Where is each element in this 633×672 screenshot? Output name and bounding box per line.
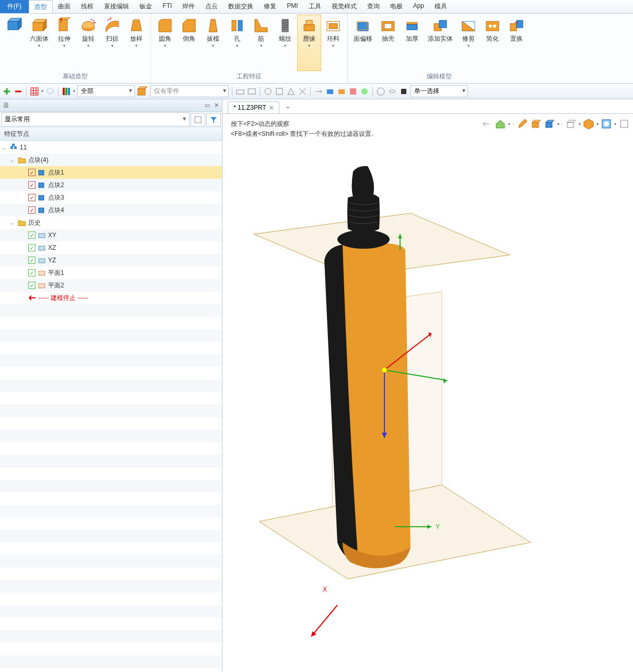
menu-tab-heal[interactable]: 修复 bbox=[259, 0, 282, 13]
menu-tab-surface[interactable]: 曲面 bbox=[53, 0, 76, 13]
3d-canvas[interactable]: 按下<F2>动态的观察 <F8>或者<Shift-roll> 查找下一个有效的过… bbox=[222, 114, 633, 672]
menu-tab-electrode[interactable]: 电极 bbox=[385, 0, 408, 13]
tree-modeling-stop[interactable]: ----- 建模停止 ----- bbox=[0, 292, 222, 304]
menu-tab-sheetmetal[interactable]: 钣金 bbox=[134, 0, 157, 13]
folder-icon bbox=[18, 156, 26, 164]
tab-close-icon[interactable]: ✕ bbox=[269, 105, 274, 111]
ribbon-btn-draft[interactable]: 拔模 ▾ bbox=[201, 15, 225, 71]
ribbon-btn-thicken[interactable]: 加厚 bbox=[400, 15, 424, 71]
ribbon-btn-sweep[interactable]: 扫掠 ▾ bbox=[100, 15, 124, 71]
ribbon-btn-offset[interactable]: 面偏移 bbox=[350, 15, 376, 71]
tool-icon-12[interactable] bbox=[376, 87, 385, 96]
display-filter-dropdown[interactable]: 显示常用 bbox=[1, 112, 190, 126]
ribbon-btn-replace[interactable]: 置换 bbox=[505, 15, 529, 71]
menu-tab-pointcloud[interactable]: 点云 bbox=[200, 0, 223, 13]
menu-tab-inquire[interactable]: 查询 bbox=[362, 0, 385, 13]
menu-tab-mold[interactable]: 模具 bbox=[429, 0, 452, 13]
grid-icon[interactable] bbox=[30, 87, 39, 96]
checkbox-icon[interactable]: ✓ bbox=[28, 206, 36, 214]
tool-icon-6[interactable] bbox=[298, 87, 307, 96]
ribbon-btn-extrude[interactable]: 拉伸 ▾ bbox=[52, 15, 76, 71]
filter-options-button[interactable] bbox=[191, 113, 205, 126]
ribbon-btn-thread[interactable]: 螺纹 ▾ bbox=[273, 15, 297, 71]
tree-folder-history[interactable]: ⌵ 历史 bbox=[0, 216, 222, 229]
filter-funnel-button[interactable] bbox=[206, 113, 221, 126]
ribbon-btn-primitive[interactable] bbox=[2, 15, 26, 71]
selection-mode-dropdown[interactable]: 单一选择 bbox=[411, 85, 468, 97]
collapse-icon[interactable]: ⌵ bbox=[2, 145, 9, 150]
tool-icon-5[interactable] bbox=[286, 87, 296, 96]
tool-icon-10[interactable] bbox=[348, 87, 358, 96]
tree-item-pointblock2[interactable]: ✓ 点块2 bbox=[0, 179, 222, 191]
tree-item-pointblock1[interactable]: ✓ 点块1 bbox=[0, 166, 222, 179]
tool-icon-11[interactable] bbox=[360, 87, 369, 96]
tool-icon-8[interactable] bbox=[325, 87, 335, 96]
tool-icon-2[interactable] bbox=[247, 87, 256, 96]
tree-item-xy[interactable]: ✓ XY bbox=[0, 229, 222, 241]
checkbox-icon[interactable]: ✓ bbox=[28, 282, 36, 289]
ribbon-btn-addbody[interactable]: 添加实体 bbox=[424, 15, 456, 71]
tree-item-pointblock4[interactable]: ✓ 点块4 bbox=[0, 204, 222, 216]
collapse-icon[interactable]: ⌵ bbox=[10, 157, 18, 163]
tree-root[interactable]: ⌵ 11 bbox=[0, 141, 222, 154]
ribbon-btn-trim[interactable]: 修剪 ▾ bbox=[456, 15, 480, 71]
ribbon-btn-fillet[interactable]: 圆角 ▾ bbox=[153, 15, 177, 71]
filter-parts-dropdown[interactable]: 仅有零件 bbox=[150, 85, 229, 97]
ribbon-btn-lip[interactable]: 唇缘 ▾ bbox=[297, 15, 321, 71]
collapse-icon[interactable]: ⌵ bbox=[10, 220, 18, 226]
tool-icon-9[interactable] bbox=[337, 87, 346, 96]
tree-empty-row bbox=[0, 442, 222, 455]
lasso-icon[interactable] bbox=[45, 87, 55, 96]
tool-icon-3[interactable] bbox=[263, 87, 273, 96]
menu-file[interactable]: 件(F) bbox=[0, 0, 29, 13]
checkbox-icon[interactable]: ✓ bbox=[28, 194, 36, 201]
menu-tab-directedit[interactable]: 直接编辑 bbox=[99, 0, 134, 13]
tree-item-plane2[interactable]: ✓ 平面2 bbox=[0, 279, 222, 292]
part-icon[interactable] bbox=[137, 86, 148, 97]
add-icon[interactable] bbox=[2, 87, 11, 96]
tab-add-button[interactable]: + bbox=[282, 102, 294, 113]
document-tab[interactable]: * 11.Z3PRT ✕ bbox=[228, 101, 279, 113]
ribbon-btn-stock[interactable]: 坯料 ▾ bbox=[321, 15, 345, 71]
menu-tab-fti[interactable]: FTI bbox=[157, 0, 177, 13]
checkbox-icon[interactable]: ✓ bbox=[28, 231, 36, 239]
checkbox-icon[interactable]: ✓ bbox=[28, 169, 36, 176]
tree-folder-pointblocks[interactable]: ⌵ 点块(4) bbox=[0, 154, 222, 166]
ribbon-label: 坯料 bbox=[327, 35, 339, 42]
checkbox-icon[interactable]: ✓ bbox=[28, 257, 36, 264]
box-blue-icon bbox=[6, 17, 22, 34]
ribbon-btn-loft[interactable]: 放样 ▾ bbox=[124, 15, 148, 71]
checkbox-icon[interactable]: ✓ bbox=[28, 181, 36, 189]
menu-tab-wireframe[interactable]: 线框 bbox=[76, 0, 99, 13]
menu-tab-dataexchange[interactable]: 数据交换 bbox=[223, 0, 259, 13]
checkbox-icon[interactable]: ✓ bbox=[28, 269, 36, 276]
minimize-icon[interactable]: ▭ bbox=[205, 102, 210, 109]
close-icon[interactable]: ✕ bbox=[214, 102, 219, 109]
ribbon-btn-hole[interactable]: 孔 ▾ bbox=[225, 15, 249, 71]
menu-tab-visual[interactable]: 视觉样式 bbox=[326, 0, 362, 13]
ribbon-btn-rib[interactable]: 筋 ▾ bbox=[249, 15, 273, 71]
tool-icon-7[interactable] bbox=[314, 87, 323, 96]
layers-icon[interactable] bbox=[62, 87, 71, 96]
tree-item-yz[interactable]: ✓ YZ bbox=[0, 254, 222, 267]
menu-tab-modeling[interactable]: 造型 bbox=[29, 0, 53, 13]
ribbon-btn-chamfer[interactable]: 倒角 bbox=[177, 15, 201, 71]
menu-tab-app[interactable]: App bbox=[408, 0, 429, 13]
menu-tab-weldment[interactable]: 焊件 bbox=[177, 0, 200, 13]
tree-item-plane1[interactable]: ✓ 平面1 bbox=[0, 267, 222, 279]
ribbon-btn-hexahedron[interactable]: 六面体 ▾ bbox=[26, 15, 52, 71]
remove-icon[interactable] bbox=[14, 87, 23, 96]
tool-icon-14[interactable] bbox=[399, 87, 408, 96]
ribbon-btn-shell[interactable]: 抽壳 bbox=[376, 15, 400, 71]
checkbox-icon[interactable]: ✓ bbox=[28, 244, 36, 251]
tool-icon-1[interactable] bbox=[236, 87, 245, 96]
filter-all-dropdown[interactable]: 全部 bbox=[77, 85, 135, 97]
menu-tab-pmi[interactable]: PMI bbox=[282, 0, 303, 13]
tool-icon-4[interactable] bbox=[275, 87, 284, 96]
tree-item-xz[interactable]: ✓ XZ bbox=[0, 241, 222, 254]
tool-icon-13[interactable] bbox=[388, 87, 397, 96]
ribbon-btn-revolve[interactable]: 旋转 ▾ bbox=[76, 15, 100, 71]
tree-item-pointblock3[interactable]: ✓ 点块3 bbox=[0, 191, 222, 204]
ribbon-btn-simplify[interactable]: 简化 bbox=[480, 15, 505, 71]
menu-tab-tools[interactable]: 工具 bbox=[303, 0, 326, 13]
